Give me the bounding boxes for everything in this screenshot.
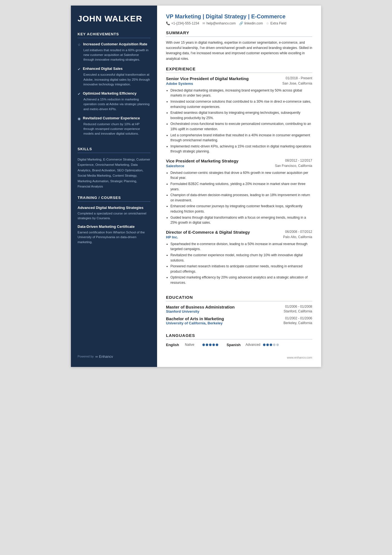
sidebar: JOHN WALKER KEY ACHIEVEMENTS ☆ Increased… [71,6,157,367]
exp-bullet: Optimized marketing efficiency by 20% us… [170,275,312,285]
achievement-icon: ✔ [78,92,81,96]
exp-bullet: Revitalized the customer experience mode… [170,253,312,263]
contact-text: help@enhancv.com [206,21,235,25]
lang-name: English [166,343,183,347]
languages-row: English Native Spanish Advanced [166,343,312,347]
language-item: Spanish Advanced [227,343,279,347]
edu-subrow: University of California, Berkeley Berke… [166,321,312,325]
languages-section: LANGUAGES English Native Spanish Advance… [166,333,312,347]
lang-dot [263,344,266,346]
experience-section: EXPERIENCE Senior Vice President of Digi… [166,66,312,290]
training-title: TRAINING / COURSES [78,196,150,200]
achievement-desc: Reduced customer churn by 10% at HP thro… [83,122,150,136]
languages-title: LANGUAGES [166,333,312,338]
training-item: Data-Driven Marketing Certificate Earned… [78,225,150,245]
training-section: TRAINING / COURSES Advanced Digital Mark… [78,196,150,248]
edu-school: University of California, Berkeley [166,321,223,325]
main-header: VP Marketing | Digital Strategy | E-Comm… [166,13,312,25]
achievements-divider [78,38,150,38]
achievement-item: ✔ Optimized Marketing Efficiency Achieve… [78,91,150,112]
exp-job-title: Vice President of Marketing Strategy [166,159,239,163]
exp-company: Adobe Systems [166,82,193,86]
contact-text: Extra Field [270,21,286,25]
summary-section: SUMMARY With over 15 years in digital ma… [166,30,312,61]
lang-dot [202,344,205,346]
contact-item: 🔗linkedin.com [239,21,263,25]
edu-degree: Master of Business Administration [166,305,235,309]
lang-dot [270,344,272,346]
contact-icon: 🔗 [239,21,243,25]
edu-location: Stanford, California [284,309,312,314]
contact-item: ✉help@enhancv.com [202,21,235,25]
exp-header: Senior Vice President of Digital Marketi… [166,76,312,81]
lang-dot [209,344,212,346]
contact-text: linkedin.com [244,21,263,25]
contact-icon: ☆ [266,21,269,25]
skills-divider [78,153,150,153]
exp-bullet: Innovated social commerce solutions that… [170,99,312,109]
exp-location: San Jose, California [282,82,312,85]
lang-name: Spanish [227,343,243,347]
powered-label: Powered by [78,355,94,358]
exp-bullet: Champion of data-driven decision-making … [170,193,312,203]
achievements-title: KEY ACHIEVEMENTS [78,32,150,36]
edu-header: Bachelor of Arts in Marketing 01/2002 - … [166,316,312,321]
summary-text: With over 15 years in digital marketing,… [166,40,312,61]
exp-bullet: Formulated B2B2C marketing solutions, yi… [170,181,312,192]
achievement-item: ☆ Increased Customer Acquisition Rate Le… [78,42,150,62]
exp-bullet: Enabled seamless digital transitions by … [170,110,312,120]
achievements-list: ☆ Increased Customer Acquisition Rate Le… [78,42,150,136]
achievement-icon: ✔ [78,67,81,71]
contact-item: 📞+1-(234)-555-1234 [166,21,199,25]
achievement-desc: Achieved a 15% reduction in marketing op… [83,97,150,112]
lang-dot [212,344,215,346]
education-section: EDUCATION Master of Business Administrat… [166,295,312,328]
lang-dot [266,344,269,346]
contact-text: +1-(234)-555-1234 [171,21,199,25]
skills-section: SKILLS Digital Marketing, E-Commerce Str… [78,147,150,189]
edu-degree: Bachelor of Arts in Marketing [166,316,224,321]
achievement-item: ✔ Enhanced Digital Sales Executed a succ… [78,66,150,87]
exp-bullet: Guided teams through digital transformat… [170,215,312,225]
exp-job-title: Director of E-Commerce & Digital Strateg… [166,230,250,235]
training-list: Advanced Digital Marketing Strategies Co… [78,206,150,245]
skills-title: SKILLS [78,147,150,151]
achievement-desc: Executed a successful digital transforma… [83,72,150,87]
edu-subrow: Stanford University Stanford, California [166,309,312,314]
language-item: English Native [166,343,218,347]
achievement-item: ◉ Revitalized Customer Experience Reduce… [78,116,150,136]
training-item-title: Data-Driven Marketing Certificate [78,225,150,229]
exp-bullets: Spearheaded the e-commerce division, lea… [166,241,312,285]
contact-icon: ✉ [202,21,205,25]
exp-company: Salesforce [166,164,184,168]
summary-title: SUMMARY [166,30,312,35]
footer-url: www.enhancv.com [166,352,312,359]
exp-company: HP Inc. [166,235,178,239]
achievement-title: Enhanced Digital Sales [83,66,123,71]
achievement-title: Revitalized Customer Experience [83,116,140,121]
exp-subrow: HP Inc. Palo Alto, California [166,235,312,240]
training-item: Advanced Digital Marketing Strategies Co… [78,206,150,221]
lang-dot [276,344,279,346]
languages-divider [166,339,312,339]
edu-date: 01/2002 - 01/2006 [285,316,312,321]
lang-dot [273,344,276,346]
main-title: VP Marketing | Digital Strategy | E-Comm… [166,13,312,20]
lang-level: Native [185,343,200,347]
experience-item: Senior Vice President of Digital Marketi… [166,76,312,154]
contact-row: 📞+1-(234)-555-1234✉help@enhancv.com🔗link… [166,21,312,25]
exp-job-title: Senior Vice President of Digital Marketi… [166,76,249,81]
lang-dots [202,344,218,346]
lang-level: Advanced [245,343,261,347]
contact-item: ☆Extra Field [266,21,286,25]
exp-location: Palo Alto, California [283,235,312,239]
main-content: VP Marketing | Digital Strategy | E-Comm… [157,6,321,367]
experience-divider [166,73,312,73]
lang-dot [216,344,218,346]
achievement-title: Optimized Marketing Efficiency [83,91,137,96]
education-divider [166,301,312,301]
exp-bullet: Spearheaded the e-commerce division, lea… [170,241,312,252]
edu-school: Stanford University [166,309,199,314]
exp-bullet: Devised customer-centric strategies that… [170,170,312,181]
lang-dot [206,344,208,346]
